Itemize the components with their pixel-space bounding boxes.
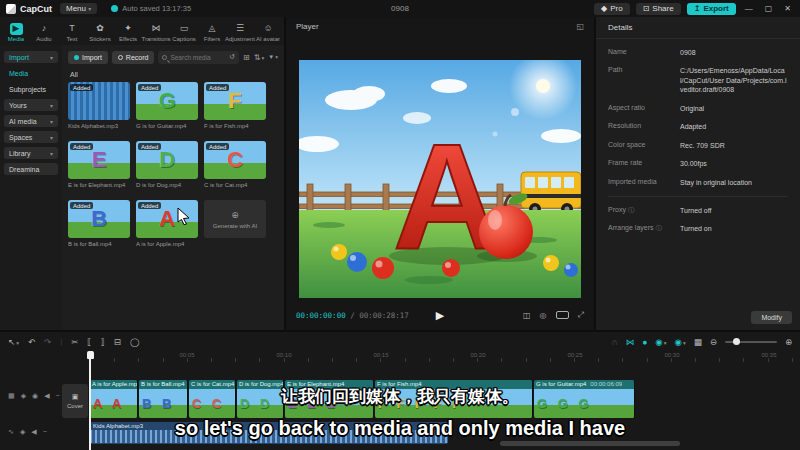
collapse-track-icon[interactable]: − (56, 392, 60, 400)
hide-track-icon[interactable]: ◉ (32, 392, 38, 400)
zoom-out-icon[interactable]: ⊖ (710, 337, 717, 347)
snap-icon[interactable]: ⋈ (626, 337, 635, 347)
media-card-f-fish[interactable]: AddedF F is for Fish.mp4 (204, 82, 266, 129)
filter-icon[interactable]: ▼▾ (268, 54, 278, 60)
mute-track-icon[interactable]: ◀ (44, 392, 49, 400)
collapse-track-icon[interactable]: − (43, 428, 47, 436)
import-icon (74, 55, 79, 60)
close-button[interactable]: ✕ (781, 4, 794, 13)
record-button[interactable]: Record (112, 51, 155, 64)
freeze-icon[interactable]: ◯ (130, 337, 140, 347)
media-card-c-cat[interactable]: AddedC C is for Cat.mp4 (204, 141, 266, 188)
media-card-b-ball[interactable]: AddedB B is for Ball.mp4 (68, 200, 130, 247)
info-icon[interactable]: ⓘ (656, 224, 663, 231)
delete-right-icon[interactable]: ⟧ (101, 337, 105, 347)
added-badge: Added (138, 84, 161, 91)
auto-ripple-icon[interactable]: ◉▾ (655, 337, 666, 347)
timeline-ruler[interactable]: 00:05 00:10 00:15 00:20 00:25 00:30 00:3… (0, 351, 800, 362)
clip-a-apple[interactable]: A is for Apple.mp4 A A (90, 380, 138, 418)
zoom-in-icon[interactable]: ⊕ (785, 337, 792, 347)
tab-media[interactable]: ▶Media (2, 19, 30, 45)
redo-icon[interactable]: ↷ (44, 337, 51, 347)
delete-left-icon[interactable]: ⟦ (87, 337, 91, 347)
media-card-g-guitar[interactable]: AddedG G is for Guitar.mp4 (136, 82, 198, 129)
generate-icon: ⊕ (231, 210, 239, 220)
quality-badge[interactable] (556, 311, 569, 319)
media-card-kids-alphabet[interactable]: Added Kids Alphabet.mp3 (68, 82, 130, 129)
clip-c-cat[interactable]: C is for Cat.mp4 C C (189, 380, 236, 418)
tab-transitions[interactable]: ⋈Transitions (142, 19, 170, 45)
audio-clip-kids-alphabet[interactable]: Kids Alphabet.mp3 (90, 422, 448, 444)
clip-b-ball[interactable]: B is for Ball.mp4 B B (139, 380, 188, 418)
search-box[interactable]: ↺ (158, 51, 239, 64)
timeline-tracks: ▦ ◈ ◉ ◀ − ∿ ◈ ◀ − ▣ Cover A is for Apple… (0, 362, 800, 450)
link-icon[interactable]: ● (642, 337, 647, 347)
delete-icon[interactable]: ⊟ (114, 337, 121, 347)
menu-button[interactable]: Menu ▾ (60, 3, 97, 14)
inspect-icon[interactable]: ◎ (540, 311, 547, 320)
fullscreen-icon[interactable]: ⤢ (578, 310, 584, 320)
tab-audio[interactable]: ♪Audio (30, 19, 58, 45)
tab-stickers[interactable]: ✿Stickers (86, 19, 114, 45)
info-icon[interactable]: ⓘ (628, 206, 635, 213)
video-preview[interactable]: A (299, 60, 581, 298)
media-card-e-elephant[interactable]: AddedE E is for Elephant.mp4 (68, 141, 130, 188)
detail-row-color-space: Color spaceRec. 709 SDR (608, 141, 788, 150)
sidebar-item-ai-media[interactable]: AI media▾ (4, 115, 58, 127)
sidebar-item-spaces[interactable]: Spaces▾ (4, 131, 58, 143)
grid-view-icon[interactable]: ⊞ (243, 53, 250, 62)
media-card-d-dog[interactable]: AddedD D is for Dog.mp4 (136, 141, 198, 188)
timeline-zoom-slider[interactable] (725, 341, 777, 343)
lock-icon[interactable]: ◈ (20, 428, 25, 436)
clip-f-fish[interactable]: F is for Fish.mp4 F F F F F (375, 380, 533, 418)
player-view-icon[interactable]: ◱ (576, 22, 584, 31)
tab-adjustment[interactable]: ☰Adjustment (226, 19, 254, 45)
modify-button[interactable]: Modify (751, 311, 792, 324)
preview-frame-icon[interactable]: ▦ (694, 337, 702, 347)
detail-row-path: PathC:/Users/Emenoss/AppData/Local/CapCu… (608, 66, 788, 94)
clip-g-guitar[interactable]: G is for Guitar.mp400:00:06:09 G G G (534, 380, 635, 418)
sort-icon[interactable]: ⇅▾ (254, 53, 264, 62)
cover-button[interactable]: ▣ Cover (62, 384, 88, 418)
undo-icon[interactable]: ↶ (28, 337, 35, 347)
section-label: All (70, 71, 278, 78)
import-button[interactable]: Import (68, 51, 108, 64)
zoom-slider-knob[interactable] (733, 338, 740, 345)
sidebar-item-library[interactable]: Library▾ (4, 147, 58, 159)
ai-avatar-icon: ☺ (262, 23, 275, 35)
compare-icon[interactable]: ◫ (523, 311, 531, 320)
play-button[interactable]: ▶ (436, 309, 444, 322)
horizontal-scrollbar[interactable] (500, 441, 680, 446)
tab-captions[interactable]: ▭Captions (170, 19, 198, 45)
generate-with-ai-card[interactable]: ⊕Generate with AI (204, 200, 266, 247)
sidebar-item-subprojects[interactable]: Subprojects (4, 83, 58, 95)
history-icon[interactable]: ↺ (229, 53, 235, 61)
sidebar-item-yours[interactable]: Yours▾ (4, 99, 58, 111)
tab-effects[interactable]: ✦Effects (114, 19, 142, 45)
select-tool-icon[interactable]: ↖▾ (8, 337, 19, 347)
share-button[interactable]: ⊡Share (636, 3, 681, 15)
tab-filters[interactable]: ◬Filters (198, 19, 226, 45)
lock-icon[interactable]: ◈ (21, 392, 26, 400)
sidebar-item-media[interactable]: Media (4, 67, 58, 79)
search-input[interactable] (170, 54, 226, 61)
magnet-icon[interactable]: ∩ (612, 337, 618, 347)
sidebar-item-dreamina[interactable]: Dreamina (4, 163, 58, 175)
split-icon[interactable]: ✂ (71, 337, 78, 347)
mute-track-icon[interactable]: ◀ (31, 428, 36, 436)
preview-scene: A (299, 60, 581, 298)
tab-ai-avatar[interactable]: ☺AI avatar (254, 19, 282, 45)
clip-d-dog[interactable]: D is for Dog.mp4 D D (237, 380, 284, 418)
audio-icon: ♪ (38, 23, 51, 35)
tab-text[interactable]: TText (58, 19, 86, 45)
sidebar-item-import[interactable]: Import▾ (4, 51, 58, 63)
playhead[interactable] (89, 351, 91, 450)
track-options-icon[interactable]: ◉▾ (675, 337, 686, 347)
waveform-icon[interactable]: ∿ (8, 428, 14, 436)
track-thumbnail-icon[interactable]: ▦ (8, 392, 15, 400)
export-button[interactable]: ↥Export (687, 3, 736, 15)
pro-button[interactable]: ◆Pro (594, 3, 630, 15)
maximize-button[interactable]: ▢ (762, 4, 776, 13)
minimize-button[interactable]: — (742, 4, 756, 13)
clip-e-elephant[interactable]: E is for Elephant.mp4 E E E (285, 380, 374, 418)
